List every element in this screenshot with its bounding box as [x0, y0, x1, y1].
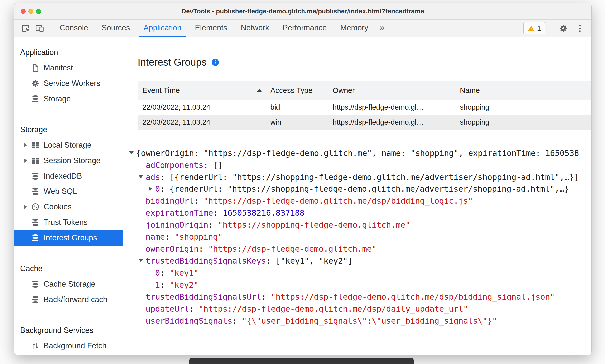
tree-text: : [232, 316, 242, 326]
more-options-button[interactable] [573, 21, 587, 35]
tree-line[interactable]: name: "shopping" [123, 231, 591, 243]
tree-line[interactable]: ads: [{renderUrl: "https://shopping-fled… [123, 171, 591, 183]
warning-count: 1 [537, 24, 541, 32]
sidebar-item-trust-tokens[interactable]: Trust Tokens [14, 215, 123, 230]
column-header-label: Owner [333, 86, 355, 94]
column-header-access-type[interactable]: Access Type [266, 81, 328, 100]
sidebar-section-cache: CacheCache StorageBack/forward cach [14, 253, 123, 315]
sidebar-item-session-storage[interactable]: Session Storage [14, 153, 123, 168]
more-tabs-button[interactable]: » [375, 20, 389, 37]
minimize-button[interactable] [28, 9, 33, 14]
string-value: "shopping" [175, 232, 223, 242]
sidebar-item-label: Storage [44, 94, 71, 103]
database-icon [31, 187, 40, 196]
sidebar-item-indexeddb[interactable]: IndexedDB [14, 168, 123, 184]
table-row[interactable]: 22/03/2022, 11:03:24bidhttps://dsp-fledg… [138, 100, 591, 115]
tab-elements[interactable]: Elements [188, 20, 234, 37]
property-name: 0 [155, 184, 160, 194]
sidebar-item-label: Background Fetch [44, 341, 107, 350]
triangle-glyph [24, 205, 27, 209]
tree-line[interactable]: joiningOrigin: "https://shopping-fledge-… [123, 219, 591, 231]
tree-text: : [261, 292, 271, 302]
property-name: trustedBiddingSignalsKeys [146, 256, 266, 266]
toolbar-separator [551, 23, 551, 33]
tab-network[interactable]: Network [234, 20, 276, 37]
database-icon [31, 172, 40, 180]
chevron-right-icon[interactable] [20, 143, 31, 147]
property-name: adComponents [146, 160, 203, 170]
sidebar-item-background-fetch[interactable]: Background Fetch [14, 338, 123, 354]
property-name: name [146, 232, 165, 242]
tree-line[interactable]: trustedBiddingSignalsKeys: ["key1", "key… [123, 255, 591, 267]
tree-line[interactable]: 0: "key1" [123, 267, 591, 279]
heading-row: Interest Groups i [138, 55, 591, 70]
collapse-arrow-icon[interactable] [127, 147, 136, 159]
main-panel: Interest Groups i Event TimeAccess TypeO… [123, 37, 591, 355]
triangle-glyph [24, 143, 27, 147]
interest-group-details-tree: {ownerOrigin: "https://dsp-fledge-demo.g… [123, 145, 591, 327]
tree-text: : [] [203, 160, 223, 170]
tree-line[interactable]: adComponents: [] [123, 159, 591, 171]
inspect-element-button[interactable] [19, 21, 33, 35]
tab-application[interactable]: Application [137, 20, 188, 37]
tree-line[interactable]: ownerOrigin: "https://dsp-fledge-demo.gl… [123, 243, 591, 255]
triangle-glyph [129, 151, 134, 154]
sidebar-item-back-forward-cach[interactable]: Back/forward cach [14, 292, 123, 307]
tree-line[interactable]: updateUrl: "https://dsp-fledge-demo.glit… [123, 303, 591, 315]
database-icon [31, 218, 40, 227]
tree-line[interactable]: 0: {renderUrl: "https://shopping-fledge-… [123, 183, 591, 195]
collapse-arrow-icon[interactable] [136, 255, 146, 267]
sidebar-item-interest-groups[interactable]: Interest Groups [14, 230, 123, 246]
sidebar-item-service-workers[interactable]: Service Workers [14, 76, 123, 91]
property-name: ownerOrigin [146, 244, 199, 254]
cookie-icon [31, 203, 40, 211]
gear-icon [31, 79, 40, 88]
info-icon[interactable]: i [212, 59, 219, 66]
column-header-name[interactable]: Name [455, 81, 591, 100]
sidebar-item-web-sql[interactable]: Web SQL [14, 184, 123, 199]
tree-text: : [160, 268, 170, 278]
chevron-right-icon[interactable] [20, 205, 31, 209]
sidebar-section-storage: StorageLocal StorageSession StorageIndex… [14, 114, 123, 253]
desktop-background: DevTools - publisher-fledge-demo.glitch.… [0, 0, 605, 364]
tree-line[interactable]: expirationTime: 1650538216.837188 [123, 207, 591, 219]
issues-badge[interactable]: 1 [523, 22, 545, 34]
database-icon [31, 295, 40, 304]
sidebar-item-cookies[interactable]: Cookies [14, 199, 123, 215]
column-header-label: Access Type [270, 86, 313, 94]
column-header-event-time[interactable]: Event Time [138, 81, 266, 100]
zoom-button[interactable] [36, 9, 41, 14]
sidebar-item-local-storage[interactable]: Local Storage [14, 137, 123, 153]
table-row[interactable]: 22/03/2022, 11:03:24winhttps://dsp-fledg… [138, 115, 591, 130]
tree-line[interactable]: userBiddingSignals: "{\"user_bidding_sig… [123, 315, 591, 327]
tree-line[interactable]: {ownerOrigin: "https://dsp-fledge-demo.g… [123, 147, 591, 159]
tree-text: : ["key1", "key2"] [266, 256, 353, 266]
sidebar-item-label: Web SQL [44, 187, 77, 196]
expand-arrow-icon[interactable] [146, 183, 155, 195]
tab-console[interactable]: Console [53, 20, 95, 37]
tree-line[interactable]: trustedBiddingSignalsUrl: "https://dsp-f… [123, 291, 591, 303]
sidebar-item-cache-storage[interactable]: Cache Storage [14, 276, 123, 292]
gear-icon [559, 24, 568, 33]
settings-button[interactable] [556, 21, 570, 35]
tree-text: : {renderUrl: "https://shopping-fledge-d… [160, 184, 569, 194]
tab-sources[interactable]: Sources [95, 20, 137, 37]
toolbar-separator [50, 23, 50, 33]
sidebar-item-manifest[interactable]: Manifest [14, 60, 123, 76]
table-header-row: Event TimeAccess TypeOwnerName [138, 81, 591, 100]
triangle-glyph [139, 175, 143, 178]
column-header-owner[interactable]: Owner [328, 81, 455, 100]
collapse-arrow-icon[interactable] [136, 171, 146, 183]
sidebar-item-storage[interactable]: Storage [14, 91, 123, 107]
tree-text: : [199, 244, 208, 254]
table-icon [31, 141, 40, 149]
sidebar-item-label: IndexedDB [44, 172, 82, 181]
more-options-icon [579, 25, 581, 32]
close-button[interactable] [21, 9, 26, 14]
tree-line[interactable]: 1: "key2" [123, 279, 591, 291]
tab-memory[interactable]: Memory [334, 20, 375, 37]
chevron-right-icon[interactable] [20, 159, 31, 163]
device-toolbar-button[interactable] [33, 21, 47, 35]
tree-line[interactable]: biddingUrl: "https://dsp-fledge-demo.gli… [123, 195, 591, 207]
tab-performance[interactable]: Performance [276, 20, 333, 37]
